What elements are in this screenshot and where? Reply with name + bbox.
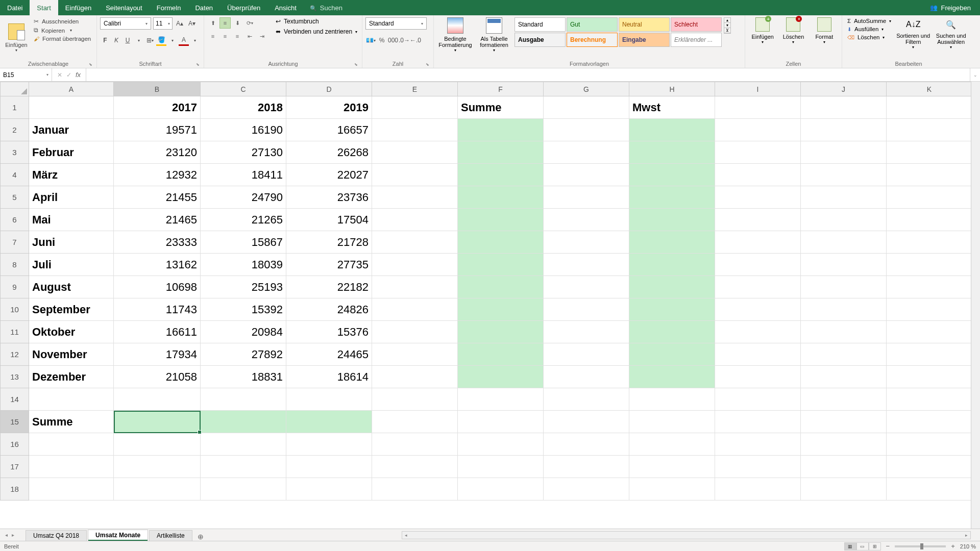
- cell-C14[interactable]: [201, 388, 286, 411]
- cell-C7[interactable]: 15867: [201, 231, 286, 254]
- zoom-in-button[interactable]: +: [951, 542, 955, 550]
- row-header-4[interactable]: 4: [1, 164, 29, 186]
- clear-button[interactable]: Löschen▾: [845, 34, 893, 41]
- cell-K7[interactable]: [887, 231, 972, 254]
- cell-E12[interactable]: [372, 343, 458, 366]
- cell-J11[interactable]: [801, 321, 887, 343]
- fx-icon[interactable]: fx: [76, 71, 81, 79]
- style-berechnung[interactable]: Berechnung: [567, 33, 618, 47]
- cell-B12[interactable]: 17934: [114, 343, 201, 366]
- row-header-6[interactable]: 6: [1, 209, 29, 231]
- cell-A9[interactable]: August: [29, 276, 114, 298]
- cell-K3[interactable]: [887, 141, 972, 164]
- style-gut[interactable]: Gut: [567, 17, 618, 32]
- cell-C15[interactable]: [201, 411, 286, 433]
- cell-G16[interactable]: [544, 433, 629, 456]
- wrap-text-button[interactable]: ↩Textumbruch: [274, 17, 359, 26]
- cell-K10[interactable]: [887, 298, 972, 321]
- cell-I16[interactable]: [715, 433, 801, 456]
- cell-D6[interactable]: 17504: [286, 209, 372, 231]
- italic-button[interactable]: K: [111, 35, 121, 46]
- cell-K17[interactable]: [887, 456, 972, 478]
- cell-G8[interactable]: [544, 254, 629, 276]
- fill-button[interactable]: Ausfüllen▾: [845, 26, 893, 33]
- tab-daten[interactable]: Daten: [188, 0, 220, 15]
- cell-J7[interactable]: [801, 231, 887, 254]
- paste-button[interactable]: Einfügen ▾: [3, 17, 30, 58]
- autosum-button[interactable]: AutoSumme▾: [845, 17, 893, 24]
- cell-K4[interactable]: [887, 164, 972, 186]
- sheet-tab-umsatz-q4[interactable]: Umsatz Q4 2018: [26, 530, 87, 541]
- cell-G14[interactable]: [544, 388, 629, 411]
- cell-B18[interactable]: [114, 478, 201, 500]
- tab-start[interactable]: Start: [30, 0, 58, 15]
- row-header-14[interactable]: 14: [1, 388, 29, 411]
- vertical-scrollbar[interactable]: [971, 82, 980, 529]
- column-header-B[interactable]: B: [114, 82, 201, 96]
- cell-A14[interactable]: [29, 388, 114, 411]
- cell-I7[interactable]: [715, 231, 801, 254]
- cell-E1[interactable]: [372, 96, 458, 119]
- cell-J3[interactable]: [801, 141, 887, 164]
- cell-J15[interactable]: [801, 411, 887, 433]
- cell-F6[interactable]: [458, 209, 544, 231]
- cell-H10[interactable]: [629, 298, 715, 321]
- cell-F18[interactable]: [458, 478, 544, 500]
- column-header-J[interactable]: J: [801, 82, 887, 96]
- cell-K12[interactable]: [887, 343, 972, 366]
- cell-D7[interactable]: 21728: [286, 231, 372, 254]
- cell-D3[interactable]: 26268: [286, 141, 372, 164]
- style-eingabe[interactable]: Eingabe: [619, 33, 670, 47]
- enter-formula-button[interactable]: ✓: [66, 71, 71, 79]
- cell-E17[interactable]: [372, 456, 458, 478]
- cell-I14[interactable]: [715, 388, 801, 411]
- cell-C13[interactable]: 18831: [201, 366, 286, 388]
- cell-H14[interactable]: [629, 388, 715, 411]
- cell-G17[interactable]: [544, 456, 629, 478]
- cell-G5[interactable]: [544, 186, 629, 209]
- row-header-9[interactable]: 9: [1, 276, 29, 298]
- cell-H7[interactable]: [629, 231, 715, 254]
- cell-H17[interactable]: [629, 456, 715, 478]
- cell-E4[interactable]: [372, 164, 458, 186]
- row-header-10[interactable]: 10: [1, 298, 29, 321]
- cell-A18[interactable]: [29, 478, 114, 500]
- cell-C12[interactable]: 27892: [201, 343, 286, 366]
- row-header-7[interactable]: 7: [1, 231, 29, 254]
- cell-F15[interactable]: [458, 411, 544, 433]
- cell-A4[interactable]: März: [29, 164, 114, 186]
- cell-K8[interactable]: [887, 254, 972, 276]
- cell-I11[interactable]: [715, 321, 801, 343]
- cell-I13[interactable]: [715, 366, 801, 388]
- sheet-tab-artikelliste[interactable]: Artikelliste: [149, 530, 192, 541]
- cell-C2[interactable]: 16190: [201, 119, 286, 141]
- cell-B9[interactable]: 10698: [114, 276, 201, 298]
- merge-center-button[interactable]: ⬌Verbinden und zentrieren▾: [274, 28, 359, 36]
- cell-I3[interactable]: [715, 141, 801, 164]
- cell-H12[interactable]: [629, 343, 715, 366]
- cell-H15[interactable]: [629, 411, 715, 433]
- cell-J12[interactable]: [801, 343, 887, 366]
- alignment-launcher[interactable]: ⬊: [354, 62, 358, 67]
- cell-I10[interactable]: [715, 298, 801, 321]
- cell-E6[interactable]: [372, 209, 458, 231]
- column-header-F[interactable]: F: [458, 82, 544, 96]
- cell-E10[interactable]: [372, 298, 458, 321]
- row-header-12[interactable]: 12: [1, 343, 29, 366]
- cell-E18[interactable]: [372, 478, 458, 500]
- cell-G7[interactable]: [544, 231, 629, 254]
- cell-H9[interactable]: [629, 276, 715, 298]
- cell-A6[interactable]: Mai: [29, 209, 114, 231]
- decrease-decimal-button[interactable]: ←.0: [410, 35, 421, 46]
- cell-H5[interactable]: [629, 186, 715, 209]
- cell-B11[interactable]: 16611: [114, 321, 201, 343]
- add-sheet-button[interactable]: ⊕: [193, 533, 208, 541]
- cell-F2[interactable]: [458, 119, 544, 141]
- cell-B7[interactable]: 23333: [114, 231, 201, 254]
- cell-I2[interactable]: [715, 119, 801, 141]
- row-header-18[interactable]: 18: [1, 478, 29, 500]
- cell-D4[interactable]: 22027: [286, 164, 372, 186]
- cell-G10[interactable]: [544, 298, 629, 321]
- tab-seitenlayout[interactable]: Seitenlayout: [99, 0, 150, 15]
- cell-K2[interactable]: [887, 119, 972, 141]
